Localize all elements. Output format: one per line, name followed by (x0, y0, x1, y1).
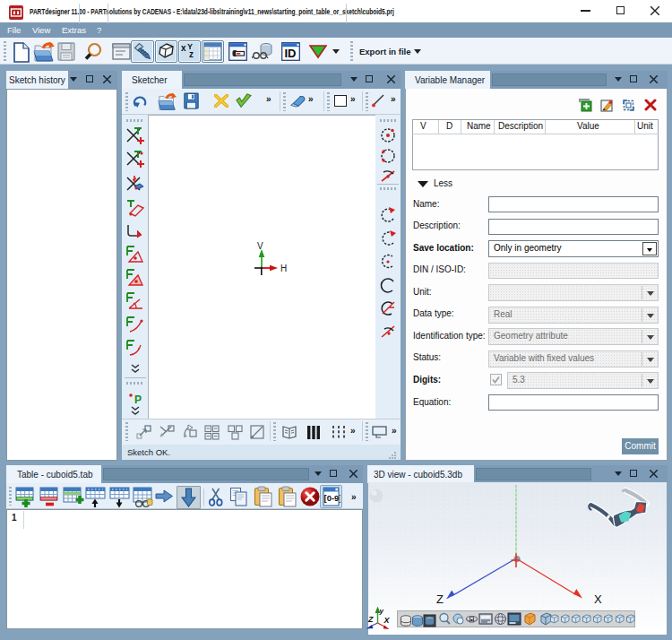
svg-text:X: X (383, 616, 391, 625)
svg-text:y: y (379, 607, 384, 615)
svg-text:V: V (257, 241, 263, 251)
svg-text:Z: Z (367, 615, 374, 624)
svg-text:z: z (189, 49, 194, 59)
svg-text:[0-9]: [0-9] (324, 493, 341, 503)
svg-text:H: H (280, 264, 287, 273)
svg-text:P: P (134, 394, 142, 406)
svg-text:Z: Z (436, 592, 444, 606)
svg-text:x: x (181, 43, 186, 53)
svg-text:ID: ID (285, 47, 297, 60)
svg-text:X: X (594, 592, 602, 606)
